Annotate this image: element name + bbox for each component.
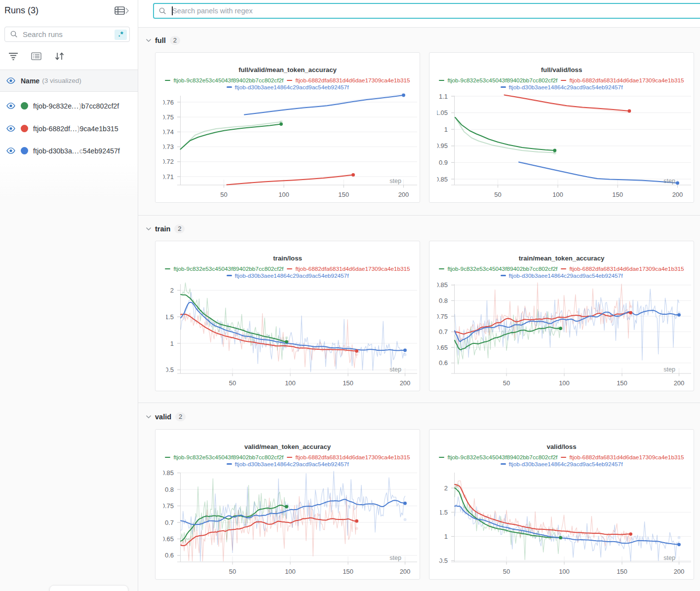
svg-text:50: 50 [229,568,236,575]
svg-text:0.8: 0.8 [165,486,174,493]
svg-text:100: 100 [559,379,570,387]
svg-text:0.6: 0.6 [439,359,448,367]
svg-text:150: 150 [343,379,353,387]
svg-text:0.9: 0.9 [439,159,448,166]
svg-text:step: step [389,366,401,373]
svg-text:50: 50 [503,568,510,575]
svg-text:0.5: 0.5 [439,557,448,564]
svg-text:0.6: 0.6 [165,552,174,559]
svg-text:step: step [663,366,675,373]
svg-text:50: 50 [220,191,227,198]
svg-text:1: 1 [170,340,174,347]
svg-text:1: 1 [444,126,448,133]
svg-text:100: 100 [552,191,563,198]
svg-text:200: 200 [674,379,685,387]
svg-text:0.7: 0.7 [165,519,174,526]
svg-text:150: 150 [612,191,623,198]
svg-text:100: 100 [285,568,296,575]
svg-text:1: 1 [444,533,448,540]
svg-text:50: 50 [503,379,510,387]
svg-text:step: step [663,554,675,561]
svg-text:50: 50 [229,379,236,387]
svg-text:150: 150 [617,379,627,387]
svg-text:2: 2 [444,484,448,492]
svg-text:150: 150 [343,568,353,575]
svg-text:2: 2 [170,287,174,294]
svg-text:step: step [663,178,675,185]
svg-text:200: 200 [672,191,683,198]
svg-text:50: 50 [494,191,501,198]
svg-text:step: step [389,178,401,185]
svg-text:1.5: 1.5 [165,313,174,321]
svg-text:0.7: 0.7 [439,328,448,335]
svg-text:150: 150 [617,568,627,575]
svg-text:100: 100 [285,379,296,387]
svg-text:0.5: 0.5 [165,366,174,373]
svg-text:0.8: 0.8 [439,297,448,304]
svg-text:200: 200 [398,191,409,198]
svg-text:200: 200 [400,379,411,387]
svg-text:200: 200 [674,568,685,575]
svg-text:1.1: 1.1 [439,93,448,100]
svg-text:150: 150 [338,191,349,198]
svg-text:1.5: 1.5 [439,509,448,516]
svg-text:100: 100 [278,191,289,198]
svg-text:100: 100 [559,568,570,575]
svg-text:step: step [389,554,401,561]
svg-text:200: 200 [400,568,411,575]
